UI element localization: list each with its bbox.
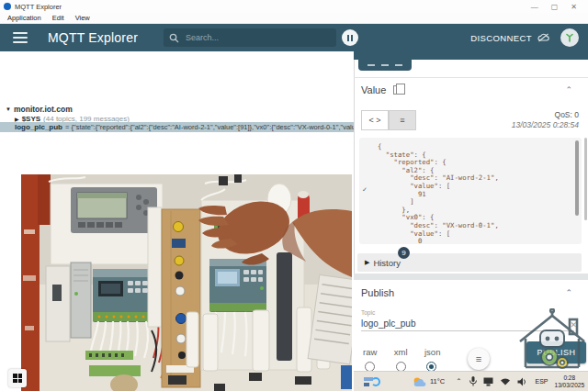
hmi-panel-unit [51, 184, 163, 264]
close-button[interactable]: ✕ [571, 3, 577, 11]
expand-caret-icon[interactable]: ▶ [15, 116, 19, 122]
scroll-fab-button[interactable]: ≡ [468, 348, 490, 370]
value-section-title: Value [361, 84, 386, 95]
search-box[interactable] [164, 28, 336, 47]
cloud-off-icon [537, 33, 549, 42]
menu-application[interactable]: Application [7, 14, 41, 22]
history-toggle[interactable]: ▶ History 9 [357, 253, 582, 272]
logo-plc-left [93, 269, 155, 322]
message-timestamp: 13/03/2025 0:28:54 [459, 120, 579, 129]
clock-widget[interactable]: 0:28 13/03/2025 [555, 374, 585, 388]
partly-cloudy-icon [413, 376, 426, 387]
breaker-and-psu [46, 263, 91, 341]
video-frame-plc-workbench [21, 174, 352, 391]
menu-edit[interactable]: Edit [52, 14, 64, 22]
format-option-json[interactable]: json [424, 347, 440, 372]
list-view-button[interactable]: ≡ [389, 110, 416, 130]
collapse-caret-icon[interactable]: ▼ [6, 106, 11, 112]
app-title: MQTT Explorer [48, 30, 138, 45]
format-option-raw[interactable]: raw [363, 347, 377, 372]
value-view-toggle: < > ≡ [361, 110, 416, 130]
app-toolbar: MQTT Explorer DISCONNECT [0, 24, 588, 51]
start-button[interactable] [8, 369, 27, 387]
payload-json-viewer[interactable]: { "state": { "reported": { "al2": { "des… [359, 138, 582, 244]
topic-header-remnant [354, 51, 588, 60]
microphone-icon[interactable] [469, 376, 477, 386]
mqtt-explorer-window: MQTT Explorer — ▢ ✕ Application Edit Vie… [0, 0, 588, 391]
relay-strips [187, 307, 330, 372]
code-line: 0 [378, 238, 572, 244]
clear-topic-icon[interactable]: ✕ [570, 320, 577, 330]
display-icon[interactable] [483, 377, 493, 386]
copy-icon[interactable] [393, 85, 401, 95]
qos-label: QoS: 0 [478, 110, 579, 119]
speaker-icon[interactable] [517, 377, 527, 386]
format-option-xml[interactable]: xml [394, 347, 408, 372]
pause-button[interactable] [342, 29, 358, 46]
history-count-badge: 9 [398, 247, 410, 259]
tray-expand-chevron-icon[interactable]: ⌃ [456, 377, 461, 385]
menubar: Application Edit View [0, 13, 588, 24]
window-title: MQTT Explorer [15, 3, 62, 11]
dark-rail [277, 252, 292, 361]
wifi-icon[interactable] [500, 377, 511, 385]
blue-object [341, 365, 352, 389]
search-input[interactable] [184, 32, 322, 43]
temperature-label: 11°C [430, 377, 445, 385]
code-view-button[interactable]: < > [361, 110, 389, 130]
menu-view[interactable]: View [75, 14, 90, 22]
weather-widget[interactable]: 11°C [413, 376, 445, 387]
publish-topic-input[interactable] [361, 317, 574, 331]
titlebar: MQTT Explorer — ▢ ✕ [0, 0, 588, 13]
menu-hamburger-icon[interactable] [13, 32, 28, 43]
topic-payload-preview: = {"state":{"reported":{"al2":{"desc":"A… [65, 123, 354, 131]
code-scrollbar[interactable] [575, 140, 579, 216]
publish-section-title: Publish [361, 287, 394, 298]
panel-scrollbar[interactable] [584, 138, 587, 220]
topic-actions-tab[interactable] [358, 60, 412, 71]
app-icon [4, 3, 11, 10]
tree-row-selected-topic[interactable]: logo_plc_pub = {"state":{"reported":{"al… [0, 122, 354, 132]
publish-button[interactable]: PUBLISH [526, 341, 586, 363]
settings-avatar-button[interactable] [560, 28, 579, 47]
minimize-button[interactable]: — [531, 3, 538, 11]
windows-logo-icon [13, 374, 22, 383]
disconnect-button[interactable]: DISCONNECT [470, 33, 549, 43]
publish-collapse-chevron-icon[interactable]: ⌃ [565, 288, 572, 297]
diff-check-icon: ✓ [362, 186, 368, 194]
topic-input-label: Topic [361, 309, 375, 316]
value-collapse-chevron-icon[interactable]: ⌃ [565, 85, 572, 95]
search-icon [169, 33, 179, 43]
windows-taskbar: 11°C ⌃ ESP 0:28 13/03/2025 [354, 371, 588, 391]
language-indicator[interactable]: ESP [536, 378, 548, 385]
tree-row-broker[interactable]: ▼ monitor.iot.com [0, 105, 354, 114]
cable-duct [148, 207, 162, 327]
tree-glyph-icon [564, 32, 575, 43]
maximize-button[interactable]: ▢ [551, 3, 559, 11]
tray-date: 13/03/2025 [555, 382, 585, 389]
tray-time: 0:28 [555, 374, 585, 382]
